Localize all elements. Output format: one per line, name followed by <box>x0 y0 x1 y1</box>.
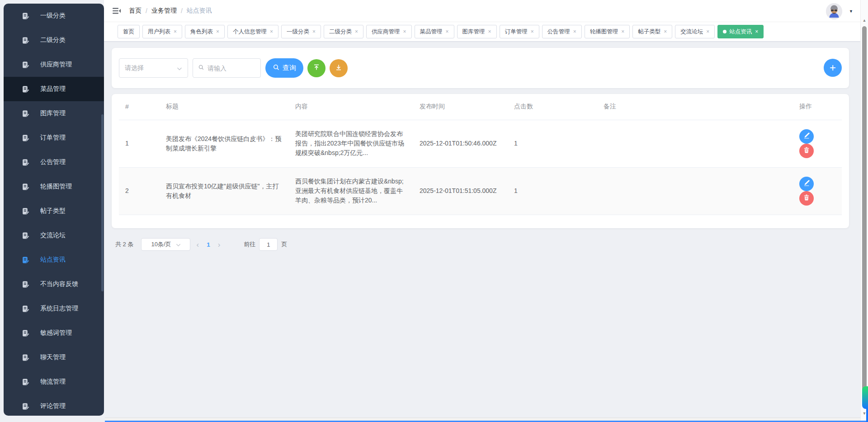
sidebar-item-site-news[interactable]: 站点资讯 <box>4 248 104 272</box>
tab-label: 角色列表 <box>190 28 213 36</box>
tab-personal-info[interactable]: 个人信息管理× <box>227 25 278 38</box>
tab-secondary-category[interactable]: 二级分类× <box>324 25 363 38</box>
search-icon <box>273 64 280 72</box>
tab-label: 轮播图管理 <box>590 28 618 36</box>
close-icon[interactable]: × <box>531 28 534 35</box>
scroll-up-icon[interactable]: ▲ <box>861 18 868 23</box>
sidebar-item-label: 不当内容反馈 <box>40 280 78 288</box>
sidebar-item-announcement-management[interactable]: 公告管理 <box>4 150 104 174</box>
tab-label: 二级分类 <box>329 28 352 36</box>
tab-primary-category[interactable]: 一级分类× <box>281 25 321 38</box>
sidebar-item-sensitive-words[interactable]: 敏感词管理 <box>4 321 104 345</box>
tab-role-list[interactable]: 角色列表× <box>185 25 225 38</box>
chevron-down-icon <box>176 241 181 248</box>
user-avatar[interactable] <box>826 3 842 19</box>
cell-remark <box>597 120 793 167</box>
add-button[interactable]: + <box>824 59 842 77</box>
breadcrumb-section[interactable]: 业务管理 <box>151 7 177 15</box>
pencil-icon <box>803 180 810 188</box>
import-button[interactable] <box>307 59 326 77</box>
close-icon[interactable]: × <box>216 28 219 35</box>
breadcrumb-current: 站点资讯 <box>187 7 212 15</box>
edit-button[interactable] <box>799 129 814 144</box>
sidebar-item-logistics-management[interactable]: 物流管理 <box>4 370 104 394</box>
prev-page-icon[interactable]: ‹ <box>196 241 199 249</box>
close-icon[interactable]: × <box>664 28 667 35</box>
tab-user-list[interactable]: 用户列表× <box>142 25 182 38</box>
avatar-caret-down-icon[interactable]: ▼ <box>849 9 853 14</box>
export-button[interactable] <box>330 59 348 77</box>
sidebar-item-gallery-management[interactable]: 图库管理 <box>4 101 104 126</box>
vertical-scrollbar[interactable]: ▲ ▼ <box>860 0 868 422</box>
close-icon[interactable]: × <box>312 28 316 35</box>
sidebar-item-dish-management[interactable]: 菜品管理 <box>4 77 104 101</box>
column-header-title: 标题 <box>160 94 289 120</box>
sidebar-item-label: 交流论坛 <box>40 231 66 239</box>
filter-keyword-input[interactable] <box>208 65 255 72</box>
tab-dish-management[interactable]: 菜品管理× <box>415 25 454 38</box>
sidebar-item-label: 物流管理 <box>40 378 66 386</box>
document-edit-icon <box>22 134 29 142</box>
close-icon[interactable]: × <box>355 28 358 35</box>
tab-post-type[interactable]: 帖子类型× <box>632 25 672 38</box>
tab-forum[interactable]: 交流论坛× <box>675 25 715 38</box>
sidebar-item-label: 图库管理 <box>40 109 66 117</box>
sidebar-item-secondary-category[interactable]: 二级分类 <box>4 28 104 52</box>
goto-page-input[interactable] <box>259 238 278 251</box>
sidebar-item-chat-management[interactable]: 聊天管理 <box>4 345 104 370</box>
sidebar-item-primary-category[interactable]: 一级分类 <box>4 4 104 28</box>
close-icon[interactable]: × <box>488 28 491 35</box>
tab-announcement-management[interactable]: 公告管理× <box>542 25 582 38</box>
search-button[interactable]: 查询 <box>265 58 303 78</box>
sidebar-item-post-type[interactable]: 帖子类型 <box>4 199 104 223</box>
cell-actions <box>793 167 842 215</box>
filter-select[interactable]: 请选择 <box>119 58 188 78</box>
delete-button[interactable] <box>799 144 814 158</box>
filter-card: 请选择 查询 + <box>112 48 849 88</box>
edit-button[interactable] <box>799 177 814 191</box>
cell-title: 美团发布《2024餐饮供应链白皮书》：预制菜成增长新引擎 <box>160 120 289 167</box>
goto-unit-label: 页 <box>281 240 287 249</box>
tab-carousel-management[interactable]: 轮播图管理× <box>585 25 630 38</box>
tab-supplier-management[interactable]: 供应商管理× <box>366 25 412 38</box>
cell-publish-time: 2025-12-01T01:51:05.000Z <box>413 167 508 215</box>
vertical-scrollbar-thumb[interactable] <box>862 26 867 391</box>
sidebar-item-label: 聊天管理 <box>40 353 66 361</box>
tab-gallery-management[interactable]: 图库管理× <box>457 25 497 38</box>
goto-label: 前往 <box>244 240 255 249</box>
close-icon[interactable]: × <box>755 28 758 35</box>
close-icon[interactable]: × <box>573 28 576 35</box>
document-edit-icon <box>22 305 29 313</box>
close-icon[interactable]: × <box>446 28 449 35</box>
sidebar-collapse-icon[interactable] <box>112 6 121 15</box>
sidebar-scrollbar-thumb[interactable] <box>101 114 104 291</box>
active-dot-icon <box>723 30 726 33</box>
sidebar-item-forum[interactable]: 交流论坛 <box>4 223 104 248</box>
sidebar-item-order-management[interactable]: 订单管理 <box>4 126 104 150</box>
current-page-number[interactable]: 1 <box>207 241 210 248</box>
delete-button[interactable] <box>799 191 814 206</box>
sidebar-item-comment-management[interactable]: 评论管理 <box>4 394 104 416</box>
next-page-icon[interactable]: › <box>218 241 221 249</box>
tab-order-management[interactable]: 订单管理× <box>500 25 539 38</box>
breadcrumb-home[interactable]: 首页 <box>129 7 142 15</box>
tab-label: 用户列表 <box>148 28 170 36</box>
table-row: 1 美团发布《2024餐饮供应链白皮书》：预制菜成增长新引擎 美团研究院联合中国… <box>119 120 842 167</box>
close-icon[interactable]: × <box>403 28 406 35</box>
close-icon[interactable]: × <box>621 28 624 35</box>
tab-site-news[interactable]: 站点资讯× <box>717 25 764 38</box>
floating-side-widget[interactable] <box>862 386 868 409</box>
sidebar-item-supplier-management[interactable]: 供应商管理 <box>4 52 104 77</box>
close-icon[interactable]: × <box>706 28 709 35</box>
page-size-value: 10条/页 <box>151 240 171 249</box>
sidebar-item-improper-content-feedback[interactable]: 不当内容反馈 <box>4 272 104 296</box>
sidebar-item-carousel-management[interactable]: 轮播图管理 <box>4 174 104 199</box>
close-icon[interactable]: × <box>270 28 273 35</box>
page-size-select[interactable]: 10条/页 <box>141 238 190 251</box>
sidebar-item-system-log[interactable]: 系统日志管理 <box>4 296 104 321</box>
close-icon[interactable]: × <box>174 28 177 35</box>
upload-icon <box>313 64 320 72</box>
document-edit-icon <box>22 85 29 93</box>
tab-home[interactable]: 首页 <box>118 25 140 38</box>
filter-select-placeholder: 请选择 <box>125 64 144 72</box>
